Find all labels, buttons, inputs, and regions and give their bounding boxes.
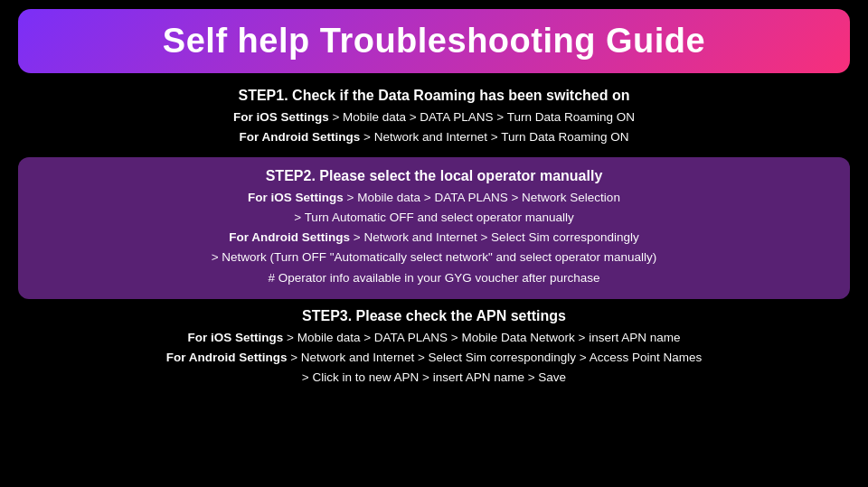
step-title-1: STEP1. Check if the Data Roaming has bee…	[18, 88, 850, 104]
step-block-2: STEP2. Please select the local operator …	[18, 157, 850, 299]
title-banner: Self help Troubleshooting Guide	[18, 9, 850, 73]
step-block-3: STEP3. Please check the APN settingsFor …	[18, 308, 850, 389]
step-title-3: STEP3. Please check the APN settings	[18, 308, 850, 324]
step-line-2-1: For iOS Settings > Mobile data > DATA PL…	[33, 188, 835, 208]
step-line-2-4: > Network (Turn OFF "Automatically selec…	[33, 248, 835, 267]
step-title-2: STEP2. Please select the local operator …	[33, 168, 835, 184]
step-line-1-2: For Android Settings > Network and Inter…	[18, 127, 850, 147]
step-line-2-5: # Operator info available in your GYG vo…	[33, 268, 835, 288]
step-line-1-1: For iOS Settings > Mobile data > DATA PL…	[18, 108, 850, 127]
step-line-3-1: For iOS Settings > Mobile data > DATA PL…	[18, 328, 850, 348]
step-line-2-2: > Turn Automatic OFF and select operator…	[33, 208, 835, 228]
step-line-3-2: For Android Settings > Network and Inter…	[18, 348, 850, 368]
step-line-3-3: > Click in to new APN > insert APN name …	[18, 368, 850, 388]
step-line-2-3: For Android Settings > Network and Inter…	[33, 228, 835, 248]
step-block-1: STEP1. Check if the Data Roaming has bee…	[18, 88, 850, 148]
title-text: Self help Troubleshooting Guide	[163, 22, 705, 60]
